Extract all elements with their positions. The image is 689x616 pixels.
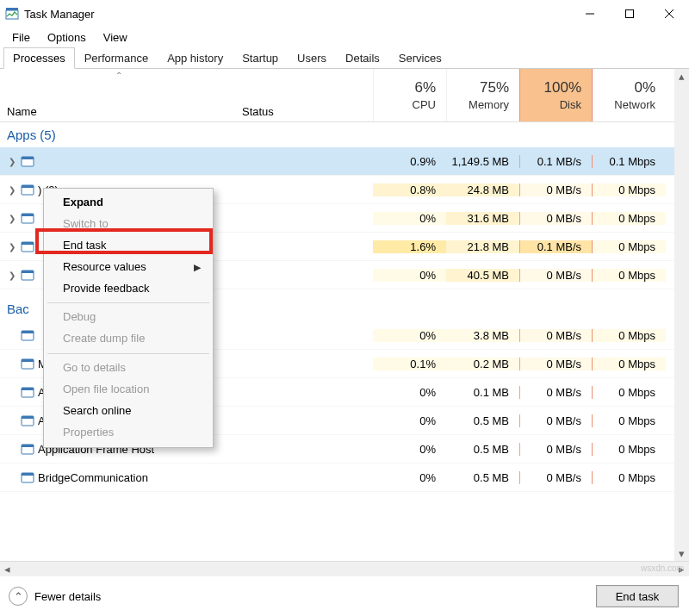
context-menu-separator <box>47 302 209 303</box>
process-icon <box>21 385 34 399</box>
expand-icon[interactable]: ❯ <box>7 242 17 252</box>
close-button[interactable] <box>649 0 689 28</box>
network-label: Network <box>614 98 655 111</box>
context-menu-item[interactable]: Provide feedback <box>46 278 211 300</box>
svg-rect-25 <box>22 445 34 447</box>
process-icon <box>21 442 34 456</box>
menu-bar: File Options View <box>0 28 689 47</box>
cpu-cell: 0% <box>373 329 446 342</box>
cpu-label: CPU <box>413 98 436 111</box>
context-menu-item-label: Resource values <box>63 260 146 275</box>
context-menu-item[interactable]: Search online <box>46 401 211 422</box>
group-apps[interactable]: Apps (5) <box>0 122 674 147</box>
sort-arrow-icon: ⌃ <box>115 71 122 80</box>
disk-cell: 0 MB/s <box>519 443 593 456</box>
tab-users[interactable]: Users <box>288 47 336 68</box>
tab-startup[interactable]: Startup <box>233 47 288 68</box>
process-icon <box>21 414 34 427</box>
svg-rect-13 <box>22 242 34 245</box>
context-menu-item-label: Switch to <box>63 217 109 232</box>
minimize-button[interactable] <box>570 0 610 28</box>
context-menu-item[interactable]: Expand <box>46 192 211 214</box>
maximize-button[interactable] <box>610 0 649 28</box>
network-cell: 0 Mbps <box>593 471 666 484</box>
scroll-down-icon[interactable]: ▾ <box>674 546 689 561</box>
vertical-scrollbar[interactable]: ▴ ▾ <box>674 69 689 561</box>
svg-rect-21 <box>22 388 34 390</box>
disk-cell: 0 MB/s <box>519 386 593 399</box>
expand-icon[interactable]: ❯ <box>7 157 17 166</box>
process-icon <box>21 211 34 225</box>
context-menu-item-label: Debug <box>63 310 96 325</box>
scroll-up-icon[interactable]: ▴ <box>674 69 689 84</box>
svg-rect-15 <box>22 271 34 273</box>
context-menu: ExpandSwitch toEnd taskResource values▶P… <box>43 188 214 448</box>
memory-cell: 31.6 MB <box>446 212 519 225</box>
network-cell: 0 Mbps <box>593 240 666 253</box>
svg-rect-1 <box>6 8 18 10</box>
network-cell: 0 Mbps <box>593 212 666 225</box>
column-name[interactable]: ⌃ Name <box>0 69 237 121</box>
tab-app-history[interactable]: App history <box>158 47 233 68</box>
cpu-pct: 6% <box>414 79 436 96</box>
column-cpu[interactable]: 6% CPU <box>373 69 446 121</box>
context-menu-item: Open file location <box>46 379 211 401</box>
disk-cell: 0 MB/s <box>519 358 593 370</box>
context-menu-item-label: Expand <box>63 196 103 210</box>
expand-icon[interactable]: ❯ <box>7 271 17 280</box>
process-row[interactable]: ❯ 0.9% 1,149.5 MB 0.1 MB/s 0.1 Mbps <box>0 147 674 176</box>
expand-icon[interactable]: ❯ <box>7 185 17 195</box>
memory-cell: 40.5 MB <box>446 269 519 282</box>
column-status[interactable]: Status <box>237 69 373 121</box>
context-menu-item: Debug <box>46 307 211 328</box>
tab-processes[interactable]: Processes <box>3 47 75 69</box>
cpu-cell: 0% <box>373 414 446 427</box>
expand-icon[interactable]: ❯ <box>7 214 17 223</box>
end-task-button[interactable]: End task <box>596 585 679 607</box>
cpu-cell: 0.1% <box>373 358 446 370</box>
cpu-cell: 0.9% <box>373 155 446 168</box>
process-name-cell: BridgeCommunication <box>0 470 237 484</box>
disk-cell: 0 MB/s <box>519 471 593 484</box>
context-menu-item-label: Properties <box>63 426 114 440</box>
footer: ⌃ Fewer details End task <box>0 576 689 616</box>
memory-cell: 1,149.5 MB <box>446 155 519 168</box>
fewer-details-button[interactable]: ⌃ Fewer details <box>9 587 101 606</box>
network-cell: 0 Mbps <box>593 329 666 342</box>
disk-cell: 0 MB/s <box>519 414 593 427</box>
tab-services[interactable]: Services <box>389 47 451 68</box>
network-cell: 0 Mbps <box>593 443 666 456</box>
context-menu-item[interactable]: End task <box>46 235 211 257</box>
menu-file[interactable]: File <box>5 29 37 46</box>
cpu-cell: 0% <box>373 212 446 225</box>
context-menu-item: Switch to <box>46 214 211 235</box>
network-cell: 0 Mbps <box>593 414 666 427</box>
cpu-cell: 0% <box>373 269 446 282</box>
menu-options[interactable]: Options <box>40 29 93 46</box>
context-menu-item-label: Create dump file <box>63 332 145 346</box>
scroll-left-icon[interactable]: ◂ <box>0 562 15 576</box>
disk-label: Disk <box>560 98 581 111</box>
column-memory[interactable]: 75% Memory <box>446 69 519 121</box>
column-disk[interactable]: 100% Disk <box>519 69 593 121</box>
submenu-arrow-icon: ▶ <box>194 261 201 273</box>
process-icon <box>21 357 34 370</box>
process-icon <box>21 268 34 282</box>
network-cell: 0.1 Mbps <box>593 155 666 168</box>
svg-rect-27 <box>22 473 34 476</box>
process-row[interactable]: BridgeCommunication 0% 0.5 MB 0 MB/s 0 M… <box>0 464 674 492</box>
process-icon <box>21 154 34 168</box>
tab-details[interactable]: Details <box>336 47 389 68</box>
process-icon <box>21 240 34 253</box>
process-icon <box>21 328 34 342</box>
scroll-thumb[interactable] <box>15 562 674 576</box>
disk-cell: 0 MB/s <box>519 212 593 225</box>
tab-performance[interactable]: Performance <box>75 47 158 68</box>
context-menu-item[interactable]: Resource values▶ <box>46 257 211 278</box>
menu-view[interactable]: View <box>96 29 134 46</box>
svg-rect-23 <box>22 416 34 419</box>
process-name-cell: ❯ <box>0 154 237 168</box>
process-icon <box>21 470 34 484</box>
column-network[interactable]: 0% Network <box>593 69 666 121</box>
horizontal-scrollbar[interactable]: ◂ ▸ <box>0 562 689 576</box>
